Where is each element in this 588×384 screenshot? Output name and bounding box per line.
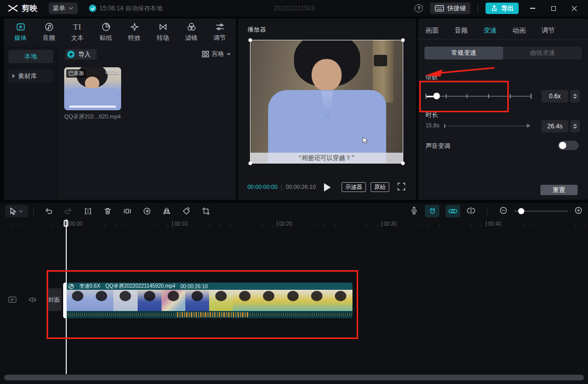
filter-icon: [186, 22, 197, 32]
tab-adjustment[interactable]: 调节: [541, 26, 555, 35]
minimize-icon: [530, 8, 535, 9]
chevron-down-icon: [19, 209, 23, 214]
speed-stepper[interactable]: [570, 90, 580, 102]
reverse-icon: [142, 206, 152, 216]
media-panel: 媒体 音频 TI 文本 贴纸 特效 转场: [4, 19, 236, 200]
mirror-icon: [162, 206, 171, 216]
original-duration: 15.8s: [425, 122, 439, 128]
toggle-track-button[interactable]: [8, 296, 17, 305]
delete-button[interactable]: [98, 206, 117, 216]
selection-handle[interactable]: [248, 38, 252, 42]
pitch-toggle[interactable]: [558, 141, 579, 150]
maximize-button[interactable]: [547, 2, 560, 15]
plus-icon: [67, 51, 75, 58]
rotate-button[interactable]: [177, 206, 196, 216]
tab-speed[interactable]: 变速: [483, 26, 497, 35]
horizontal-scrollbar[interactable]: [4, 375, 584, 380]
video-subtitle: “相册还可以穿越？”: [251, 153, 403, 163]
app-name: 剪映: [22, 4, 37, 13]
crop-button[interactable]: [196, 206, 216, 216]
select-tool-icon: [10, 208, 17, 215]
tab-text[interactable]: TI 文本: [65, 22, 91, 46]
current-timecode: 00:00:00:00: [247, 184, 277, 190]
tab-filter[interactable]: 滤镜: [179, 22, 204, 46]
zoom-out-button[interactable]: [499, 206, 508, 216]
effects-icon: [129, 22, 140, 32]
redo-icon: [64, 206, 73, 216]
reverse-button[interactable]: [137, 206, 157, 216]
play-button[interactable]: [324, 183, 331, 191]
reset-button[interactable]: 重置: [540, 185, 578, 195]
split-icon: [83, 206, 93, 216]
redo-button[interactable]: [58, 206, 78, 216]
timeline-ruler[interactable]: 00:00 00:10 00:20 00:30 00:40: [0, 219, 588, 231]
tab-sticker[interactable]: 贴纸: [93, 22, 119, 46]
normal-speed-option[interactable]: 常规变速: [424, 47, 503, 60]
layout-mode-selector[interactable]: 宫格: [202, 50, 231, 58]
stepper-up-icon: [573, 94, 577, 96]
playhead-handle[interactable]: [64, 220, 68, 227]
close-button[interactable]: [567, 2, 581, 15]
video-preview[interactable]: “相册还可以穿越？”: [250, 40, 403, 164]
arrow-head-icon: [527, 124, 531, 128]
curve-speed-option[interactable]: 曲线变速: [503, 47, 582, 60]
media-source-sidebar: 本地 素材库: [4, 46, 58, 200]
tab-transition[interactable]: 转场: [150, 22, 176, 46]
zoom-in-icon: [574, 206, 583, 215]
zoom-out-icon: [499, 206, 508, 215]
freeze-frame-button[interactable]: [117, 206, 137, 216]
selection-handle[interactable]: [401, 38, 405, 42]
text-icon: TI: [73, 22, 81, 32]
check-circle-icon: [89, 5, 96, 12]
autosave-text: 15:06:14 自动保存本地: [99, 4, 163, 13]
minimize-button[interactable]: [526, 2, 539, 15]
scope-button[interactable]: 示波器: [342, 182, 366, 192]
autosave-status: 15:06:14 自动保存本地: [89, 4, 163, 13]
tab-audio-settings[interactable]: 音频: [454, 26, 468, 35]
sticker-icon: [101, 22, 111, 32]
arrow-right-icon: [12, 74, 15, 78]
selection-handle[interactable]: [248, 161, 252, 165]
zoom-in-button[interactable]: [574, 206, 583, 216]
fullscreen-button[interactable]: [398, 183, 405, 192]
zoom-slider-knob[interactable]: [518, 208, 524, 214]
tab-picture[interactable]: 画面: [425, 26, 439, 35]
preview-axis-icon: [466, 206, 476, 215]
mute-track-button[interactable]: [28, 296, 37, 305]
sidebar-item-local[interactable]: 本地: [8, 50, 53, 63]
duration-stepper[interactable]: [570, 120, 580, 132]
import-button[interactable]: 导入: [65, 49, 97, 60]
titlebar: 剪映 菜单 15:06:14 自动保存本地 202202211503 ? 快捷键: [0, 0, 588, 17]
help-icon[interactable]: ?: [415, 4, 423, 12]
tab-adjust[interactable]: 调节: [207, 22, 233, 46]
speed-value-input[interactable]: 0.6x: [541, 90, 568, 102]
undo-button[interactable]: [39, 206, 58, 216]
pitch-label: 声音变调: [425, 142, 450, 151]
magnetic-snap-button[interactable]: [425, 205, 439, 217]
undo-icon: [44, 206, 53, 216]
split-button[interactable]: [78, 206, 98, 216]
track-video-icon: [8, 296, 17, 303]
record-audio-button[interactable]: [409, 206, 419, 217]
preview-axis-button[interactable]: [466, 206, 476, 217]
shortcuts-button[interactable]: 快捷键: [430, 3, 471, 14]
selection-handle[interactable]: [401, 161, 405, 165]
annotation-rect-timeline-clip: [47, 270, 358, 339]
tab-media[interactable]: 媒体: [8, 22, 34, 46]
menu-button[interactable]: 菜单: [49, 3, 78, 14]
aspect-ratio-button[interactable]: 原始: [371, 182, 389, 192]
mirror-button[interactable]: [157, 206, 177, 216]
tab-effects[interactable]: 特效: [122, 22, 148, 46]
timeline-zoom-slider[interactable]: [514, 211, 568, 212]
close-icon: [571, 6, 577, 11]
duration-value-input[interactable]: 26.4s: [541, 120, 568, 132]
select-tool-button[interactable]: [5, 205, 28, 217]
media-thumbnail[interactable]: 已添加 00:16: [64, 67, 121, 110]
export-button[interactable]: 导出: [486, 3, 519, 14]
app-logo: 剪映: [7, 4, 37, 13]
tab-audio[interactable]: 音频: [36, 22, 62, 46]
keyboard-icon: [435, 5, 444, 12]
tab-animation[interactable]: 动画: [512, 26, 526, 35]
auto-link-button[interactable]: [446, 205, 460, 217]
sidebar-item-library[interactable]: 素材库: [8, 69, 53, 83]
